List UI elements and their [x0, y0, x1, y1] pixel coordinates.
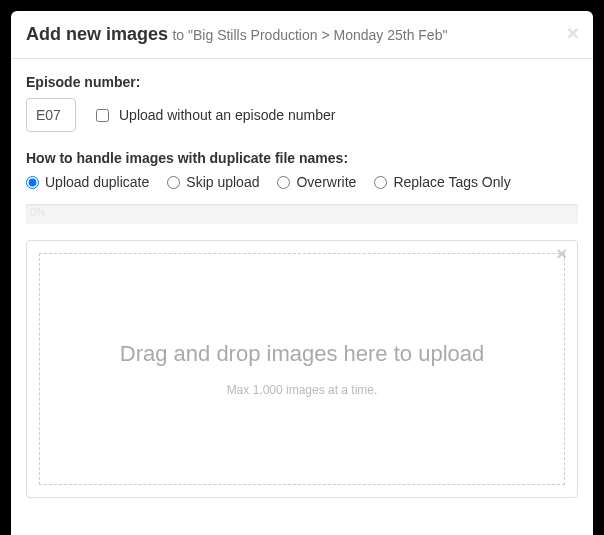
- duplicate-options-row: Upload duplicate Skip upload Overwrite R…: [26, 174, 578, 190]
- upload-without-episode-checkbox[interactable]: [96, 109, 109, 122]
- modal-subtitle: to "Big Stills Production > Monday 25th …: [172, 27, 447, 43]
- radio-overwrite-input[interactable]: [277, 176, 290, 189]
- dropzone-main-text: Drag and drop images here to upload: [120, 341, 484, 367]
- radio-replace-tags-label: Replace Tags Only: [393, 174, 510, 190]
- radio-skip-upload[interactable]: Skip upload: [167, 174, 259, 190]
- episode-number-input[interactable]: [26, 98, 76, 132]
- dropzone-sub-text: Max 1,000 images at a time.: [227, 383, 378, 397]
- episode-number-label: Episode number:: [26, 74, 578, 90]
- modal-title: Add new images: [26, 24, 168, 44]
- progress-text: 0%: [30, 206, 46, 218]
- upload-card: × Drag and drop images here to upload Ma…: [26, 240, 578, 498]
- card-close-icon[interactable]: ×: [556, 245, 567, 263]
- radio-upload-duplicate[interactable]: Upload duplicate: [26, 174, 149, 190]
- close-icon[interactable]: ×: [567, 22, 579, 43]
- radio-upload-duplicate-label: Upload duplicate: [45, 174, 149, 190]
- add-images-modal: Add new images to "Big Stills Production…: [11, 11, 593, 535]
- modal-header: Add new images to "Big Stills Production…: [11, 11, 593, 59]
- radio-skip-upload-label: Skip upload: [186, 174, 259, 190]
- upload-without-episode-label: Upload without an episode number: [119, 107, 335, 123]
- episode-row: Upload without an episode number: [26, 98, 578, 132]
- modal-body: Episode number: Upload without an episod…: [11, 59, 593, 513]
- radio-upload-duplicate-input[interactable]: [26, 176, 39, 189]
- upload-without-episode-wrap: Upload without an episode number: [96, 107, 335, 123]
- upload-progress-bar: 0%: [26, 204, 578, 224]
- radio-replace-tags-input[interactable]: [374, 176, 387, 189]
- radio-replace-tags[interactable]: Replace Tags Only: [374, 174, 510, 190]
- dropzone[interactable]: Drag and drop images here to upload Max …: [39, 253, 565, 485]
- radio-skip-upload-input[interactable]: [167, 176, 180, 189]
- radio-overwrite[interactable]: Overwrite: [277, 174, 356, 190]
- radio-overwrite-label: Overwrite: [296, 174, 356, 190]
- duplicate-handling-label: How to handle images with duplicate file…: [26, 150, 578, 166]
